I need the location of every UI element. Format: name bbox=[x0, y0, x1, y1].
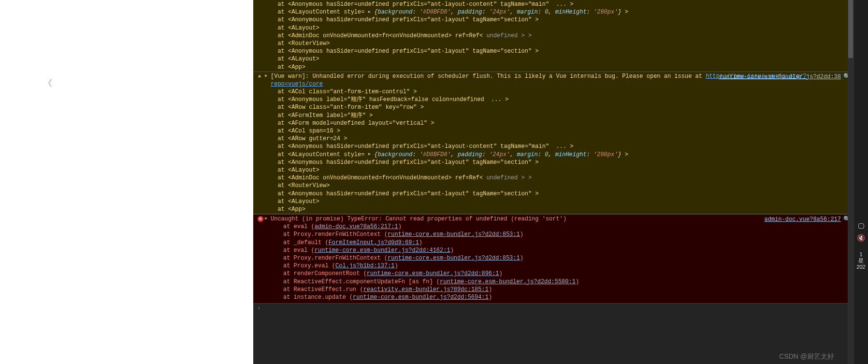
stack-frame: at <AForm model=undefined layout="vertic… bbox=[253, 119, 854, 127]
stack-frame: at <ARow gutter=24 > bbox=[253, 135, 854, 143]
stack-frame: at <App> bbox=[253, 205, 854, 213]
stack-frame: at eval (runtime-core.esm-bundler.js?d2d… bbox=[253, 247, 854, 254]
stack-frame: at <Anonymous hasSider=undefined prefixC… bbox=[253, 159, 854, 166]
console-prompt[interactable]: › bbox=[253, 303, 854, 313]
expand-icon[interactable]: ▶ bbox=[265, 216, 267, 221]
source-link[interactable]: reactivity.esm-bundler.js?89dc:185:1 bbox=[363, 286, 489, 293]
stack-frame: at <App> bbox=[253, 63, 854, 71]
stack-frame: at Proxy.renderFnWithContext (runtime-co… bbox=[253, 231, 854, 238]
stack-frame: at eval (admin-doc.vue?8a56:217:1) bbox=[253, 223, 854, 231]
source-link[interactable]: runtime-core.esm-bundler.js?d2dd:5694:1 bbox=[353, 294, 489, 301]
stack-frame: at <ALayout> bbox=[253, 24, 854, 32]
stack-frame: at <Anonymous hasSider=undefined prefixC… bbox=[253, 143, 854, 150]
issue-link[interactable]: https://new-issue.vuejs.org/?repo=vuejs/… bbox=[271, 73, 807, 87]
stack-frame: at <Anonymous hasSider=undefined prefixC… bbox=[253, 16, 854, 24]
stack-frame: at <Anonymous hasSider=undefined prefixC… bbox=[253, 0, 854, 8]
stack-frame: at <Anonymous label="顺序" hasFeedback=fal… bbox=[253, 96, 854, 103]
source-link[interactable]: runtime-core.esm-bundler.js?d2dd:4162:1 bbox=[315, 247, 450, 254]
stack-frame: at ReactiveEffect.componentUpdateFn [as … bbox=[253, 278, 854, 286]
stack-frame: at <AFormItem label="顺序" > bbox=[253, 112, 854, 119]
source-link[interactable]: Col.js?b1bd:137:1 bbox=[335, 262, 394, 269]
stack-frame: at <ACol class="ant-form-item-control" > bbox=[253, 88, 854, 96]
stack-frame: at Proxy.eval (Col.js?b1bd:137:1) bbox=[253, 262, 854, 270]
scrollbar[interactable] bbox=[848, 0, 854, 364]
console-error-entry[interactable]: admin-doc.vue?8a56:217 🔍 ✕▶Uncaught (in … bbox=[253, 214, 854, 303]
collapse-glyph: 《 bbox=[43, 77, 49, 89]
stack-frame: at <AdminDoc onVnodeUnmounted=fn<onVnode… bbox=[253, 174, 854, 182]
stack-frame: at <ALayoutContent style= ▶ {background:… bbox=[253, 8, 854, 16]
stack-frame: at <ACol span=16 > bbox=[253, 127, 854, 135]
os-taskbar-strip: 🖵 🔇 1 星 202 bbox=[854, 0, 868, 364]
devtools-console: at <Anonymous hasSider=undefined prefixC… bbox=[253, 0, 854, 364]
prompt-glyph: › bbox=[257, 305, 260, 312]
stack-frame: at ReactiveEffect.run (reactivity.esm-bu… bbox=[253, 286, 854, 293]
watermark: CSDN @厨艺太好 bbox=[779, 352, 834, 361]
console-warning-entry[interactable]: runtime-core.esm-bundler.js?d2dd:38 🔍 ▲▶… bbox=[253, 72, 854, 214]
stack-frame: at <ARow class="ant-form-item" key="row"… bbox=[253, 103, 854, 111]
stack-frame: at <ALayout> bbox=[253, 198, 854, 205]
editor-pane: 《 bbox=[0, 0, 253, 364]
stack-frame: at <Anonymous hasSider=undefined prefixC… bbox=[253, 47, 854, 55]
stack-frame: at <AdminDoc onVnodeUnmounted=fn<onVnode… bbox=[253, 32, 854, 40]
source-link[interactable]: FormItemInput.js?d0d9:69:1 bbox=[329, 239, 419, 246]
taskbar-clock[interactable]: 1 星 202 bbox=[856, 251, 865, 271]
warning-icon: ▲ bbox=[258, 73, 261, 80]
stack-frame: at <RouterView> bbox=[253, 182, 854, 189]
speaker-icon[interactable]: 🔇 bbox=[857, 234, 866, 243]
source-link[interactable]: runtime-core.esm-bundler.js?d2dd:853:1 bbox=[388, 255, 520, 262]
stack-frame: at <Anonymous hasSider=undefined prefixC… bbox=[253, 190, 854, 198]
stack-frame: at <ALayout> bbox=[253, 166, 854, 174]
source-link[interactable]: runtime-core.esm-bundler.js?d2dd:5580:1 bbox=[440, 278, 576, 285]
stack-frame: at <RouterView> bbox=[253, 40, 854, 47]
error-icon: ✕ bbox=[258, 216, 263, 222]
stack-frame: at instance.update (runtime-core.esm-bun… bbox=[253, 293, 854, 301]
scrollbar-thumb[interactable] bbox=[848, 0, 853, 58]
error-message: ✕▶Uncaught (in promise) TypeError: Canno… bbox=[253, 215, 854, 223]
source-link[interactable]: admin-doc.vue?8a56:217:1 bbox=[315, 223, 398, 230]
stack-frame: at Proxy.renderFnWithContext (runtime-co… bbox=[253, 254, 854, 262]
stack-frame: at _default (FormItemInput.js?d0d9:69:1) bbox=[253, 239, 854, 247]
notification-icon[interactable]: 🖵 bbox=[857, 222, 866, 231]
source-link[interactable]: runtime-core.esm-bundler.js?d2dd:853:1 bbox=[388, 231, 520, 238]
console-warning-entry[interactable]: at <Anonymous hasSider=undefined prefixC… bbox=[253, 0, 854, 72]
warning-message: ▲▶[Vue warn]: Unhandled error during exe… bbox=[253, 73, 854, 88]
source-link[interactable]: runtime-core.esm-bundler.js?d2dd:896:1 bbox=[367, 270, 499, 277]
expand-icon[interactable]: ▶ bbox=[265, 73, 267, 79]
stack-frame: at renderComponentRoot (runtime-core.esm… bbox=[253, 270, 854, 277]
stack-frame: at <ALayoutContent style= ▶ {background:… bbox=[253, 151, 854, 159]
stack-frame: at <ALayout> bbox=[253, 55, 854, 63]
